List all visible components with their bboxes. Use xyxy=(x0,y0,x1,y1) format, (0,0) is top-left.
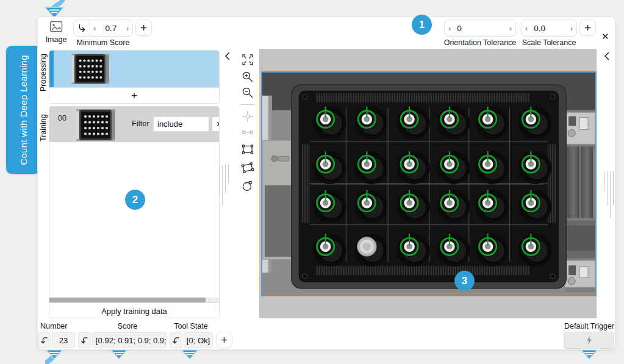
tool-tab-label: Count with Deep Learning xyxy=(18,55,29,165)
circle-region-tool-button[interactable] xyxy=(240,179,255,193)
scale-tolerance-value[interactable]: 0.0 xyxy=(531,24,566,33)
tool-state-output-value: [0; Ok] xyxy=(184,332,213,348)
image-input-button[interactable]: Image xyxy=(43,20,70,46)
add-parameter-button-right[interactable]: + xyxy=(579,20,596,36)
add-parameter-button-left[interactable]: + xyxy=(135,20,152,36)
score-connection-arrow xyxy=(110,349,128,361)
tool-state-connection-arrow xyxy=(181,349,199,361)
add-processing-image-button[interactable]: + xyxy=(49,87,219,104)
minimum-score-label: Minimum Score xyxy=(73,38,133,47)
viewer-toolbar-separator xyxy=(240,104,255,105)
scale-tolerance-increment[interactable]: › xyxy=(567,24,576,33)
rectangle-region-tool-button[interactable] xyxy=(240,142,255,157)
zoom-in-button[interactable] xyxy=(240,70,255,84)
image-viewport[interactable]: 3 xyxy=(259,49,597,318)
tool-state-output-pin-icon xyxy=(170,332,182,348)
close-tool-button[interactable]: ✕ xyxy=(601,32,609,41)
tool-tab-count-with-deep-learning[interactable]: Count with Deep Learning xyxy=(6,46,40,174)
tool-state-output-label: Tool State xyxy=(170,322,212,330)
score-output-label: Score xyxy=(88,322,167,330)
annotation-badge-1: 1 xyxy=(412,15,432,35)
minimum-score-increment[interactable]: › xyxy=(123,24,132,33)
minimum-score-pin-icon xyxy=(74,20,90,36)
orientation-tolerance-decrement[interactable]: ‹ xyxy=(445,24,454,33)
filter-input[interactable] xyxy=(153,116,209,132)
number-connection-arrow xyxy=(45,349,82,364)
orientation-tolerance-label: Orientation Tolerance xyxy=(440,38,520,47)
training-item-index: 00 xyxy=(58,114,66,123)
processing-panel: + xyxy=(49,50,220,104)
image-canvas[interactable] xyxy=(261,71,597,296)
number-output-label: Number xyxy=(40,322,67,330)
scrollbar-thumb[interactable] xyxy=(49,298,206,302)
score-output-pin-icon xyxy=(78,332,91,348)
clear-filter-button[interactable]: ✕ xyxy=(212,116,220,132)
point-tool-button-disabled xyxy=(240,109,255,124)
collapse-left-panel-chevron[interactable] xyxy=(223,51,232,61)
processing-image-thumbnail xyxy=(70,54,110,84)
rotated-rectangle-region-tool-button[interactable] xyxy=(240,160,255,175)
default-trigger-button[interactable] xyxy=(564,332,614,349)
line-tool-button-disabled xyxy=(240,125,255,140)
default-trigger-label: Default Trigger xyxy=(526,322,614,330)
selection-accent-bar xyxy=(49,51,54,87)
image-input-label: Image xyxy=(43,35,70,44)
fit-to-screen-button[interactable] xyxy=(240,52,255,67)
viewer-toolbar xyxy=(240,52,256,193)
training-horizontal-scrollbar[interactable] xyxy=(49,298,219,302)
inspection-image xyxy=(262,73,595,295)
tool-editor-card: Image ‹ 0.7 › Minimum Score + 1 ‹ 0 › Or… xyxy=(38,17,615,349)
processing-section-label: Processing xyxy=(39,50,48,91)
scale-tolerance-stepper[interactable]: ‹ 0.0 › xyxy=(521,20,577,37)
score-output-value: [0.92; 0.91; 0.9; 0.9; 0 xyxy=(92,332,167,348)
trigger-connection-arrow xyxy=(580,349,598,361)
orientation-tolerance-stepper[interactable]: ‹ 0 › xyxy=(444,20,516,37)
orientation-tolerance-increment[interactable]: › xyxy=(506,24,515,33)
filter-label: Filter xyxy=(132,119,149,128)
training-list-area[interactable]: 2 xyxy=(49,142,219,298)
number-output-value: 23 xyxy=(52,332,75,348)
scale-tolerance-decrement[interactable]: ‹ xyxy=(522,24,531,33)
annotation-badge-2: 2 xyxy=(125,190,145,210)
image-icon xyxy=(49,21,63,33)
minimum-score-stepper[interactable]: ‹ 0.7 › xyxy=(73,20,133,37)
training-panel: 00 Filter ✕ 2 Apply training data xyxy=(49,106,220,318)
minimum-score-value[interactable]: 0.7 xyxy=(99,24,122,33)
apply-training-data-button[interactable]: Apply training data xyxy=(49,302,219,318)
lightning-icon xyxy=(586,335,593,345)
annotation-badge-3: 3 xyxy=(454,271,475,291)
number-output-pin-icon xyxy=(38,332,51,348)
zoom-out-button[interactable] xyxy=(240,85,255,100)
minimum-score-decrement[interactable]: ‹ xyxy=(90,24,99,33)
scale-tolerance-label: Scale Tolerance xyxy=(517,38,581,47)
processing-image-item[interactable] xyxy=(49,51,219,87)
training-image-item[interactable]: 00 Filter ✕ xyxy=(49,107,219,142)
orientation-tolerance-value[interactable]: 0 xyxy=(454,24,505,33)
collapse-right-panel-chevron[interactable] xyxy=(603,51,611,61)
add-output-button[interactable]: + xyxy=(216,332,232,348)
training-image-thumbnail xyxy=(74,109,118,141)
training-section-label: Training xyxy=(39,106,48,141)
